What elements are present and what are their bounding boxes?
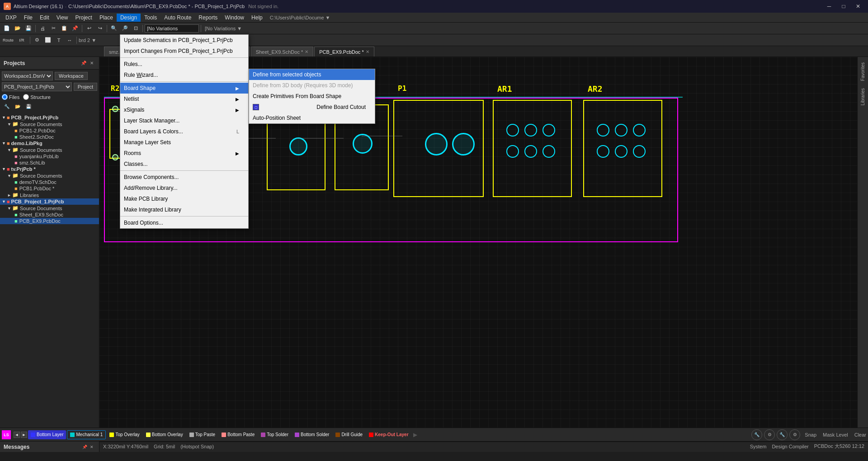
layer-chip-toppaste[interactable]: Top Paste bbox=[187, 430, 218, 439]
layer-chip-botpaste[interactable]: Bottom Paste bbox=[219, 430, 257, 439]
menu-edit[interactable]: Edit bbox=[36, 14, 53, 22]
tree-pcb-project-prjpcb[interactable]: ▼ ■ PCB_Project.PrjPcb bbox=[0, 114, 99, 121]
layer-chip-botoverlay[interactable]: Bottom Overlay bbox=[143, 430, 186, 439]
design-dropdown-menu[interactable]: Update Schematics in PCB_Project_1.PrjPc… bbox=[120, 57, 249, 229]
layer-nav-btn3[interactable]: 🔧 bbox=[777, 429, 788, 440]
menu-board-layers[interactable]: Board Layers & Colors... L bbox=[120, 126, 248, 137]
menu-reports[interactable]: Reports bbox=[195, 14, 221, 22]
tree-pcb1-pbdoc[interactable]: ■ PCB1.PcbDoc * bbox=[0, 185, 99, 192]
tb-zoom-out[interactable]: 🔎 bbox=[120, 24, 130, 33]
board-shape-submenu[interactable]: Define from selected objects Define from… bbox=[249, 69, 375, 124]
tab-pcbex9-close[interactable]: ✕ bbox=[366, 49, 369, 54]
tb2-interactive[interactable]: I/R bbox=[15, 36, 28, 45]
files-radio[interactable] bbox=[2, 94, 8, 100]
tb-cut[interactable]: ✂ bbox=[48, 24, 58, 33]
layer-chip-botsolder[interactable]: Bottom Solder bbox=[292, 430, 332, 439]
tree-tb-new[interactable]: 🔧 bbox=[2, 102, 12, 111]
tb2-wire[interactable]: ⬜ bbox=[43, 36, 53, 45]
files-radio-label[interactable]: Files bbox=[2, 94, 19, 100]
menu-layer-stack[interactable]: Layer Stack Manager... bbox=[120, 115, 248, 126]
tree-yuanjanku[interactable]: ■ yuanjanku.PcbLib bbox=[0, 153, 99, 160]
tree-demo-libpkg[interactable]: ▼ ■ demo.LibPkg bbox=[0, 140, 99, 146]
tb2-text[interactable]: T bbox=[54, 36, 64, 45]
menu-project[interactable]: Project bbox=[72, 14, 96, 22]
tab-sheet-ex9[interactable]: Sheet_EX9.SchDoc * ✕ bbox=[251, 47, 314, 56]
pcb-status-label[interactable]: PCBDoc 大5260 12:12 bbox=[814, 443, 864, 450]
panel-close[interactable]: ✕ bbox=[88, 60, 95, 67]
menu-autoroute[interactable]: Auto Route bbox=[160, 14, 195, 22]
layer-scroll-right[interactable]: ► bbox=[21, 432, 27, 438]
project-select[interactable]: PCB_Project_1.PrjPcb bbox=[2, 82, 72, 91]
tb-zoom-in[interactable]: 🔍 bbox=[109, 24, 119, 33]
tb-save[interactable]: 💾 bbox=[24, 24, 33, 33]
submenu-define-cutout[interactable]: ◻ Define Board Cutout bbox=[249, 102, 375, 113]
tb-undo[interactable]: ↩ bbox=[84, 24, 94, 33]
menu-rules[interactable]: Rules... bbox=[120, 59, 248, 70]
tree-smz-sch[interactable]: ■ smz.SchLib bbox=[0, 160, 99, 166]
close-button[interactable]: ✕ bbox=[852, 2, 864, 11]
structure-radio-label[interactable]: Structure bbox=[23, 94, 51, 100]
structure-radio[interactable] bbox=[23, 94, 29, 100]
submenu-create-primitives[interactable]: Create Primitives From Board Shape bbox=[249, 91, 375, 102]
tree-tb-open[interactable]: 📂 bbox=[13, 102, 23, 111]
menu-rooms[interactable]: Rooms ▶ bbox=[120, 148, 248, 159]
menu-rule-wizard[interactable]: Rule Wizard... bbox=[120, 70, 248, 80]
tree-libraries[interactable]: ► 📁 Libraries bbox=[0, 192, 99, 198]
tb-print[interactable]: 🖨 bbox=[38, 24, 47, 33]
menu-board-options[interactable]: Board Options... bbox=[120, 217, 248, 228]
layer-chip-topoverlay[interactable]: Top Overlay bbox=[107, 430, 142, 439]
layer-nav-btn1[interactable]: 🔧 bbox=[751, 429, 762, 440]
tb-fit[interactable]: ⊡ bbox=[131, 24, 141, 33]
tree-source-docs-4[interactable]: ▼ 📁 Source Documents bbox=[0, 205, 99, 212]
layer-chip-drillguide[interactable]: Drill Guide bbox=[333, 430, 365, 439]
menu-make-integrated-lib[interactable]: Make Integrated Library bbox=[120, 204, 248, 215]
tree-sheet2[interactable]: ■ Sheet2.SchDoc bbox=[0, 134, 99, 140]
tb2-dim[interactable]: ↔ bbox=[65, 36, 75, 45]
tb2-comp[interactable]: ⚙ bbox=[32, 36, 42, 45]
workspace-button[interactable]: Workspace bbox=[55, 72, 88, 80]
tree-pcb-ex9[interactable]: ■ PCB_EX9.PcbDoc bbox=[0, 218, 99, 224]
layer-nav-btn4[interactable]: ⚙ bbox=[789, 429, 800, 440]
tb-paste[interactable]: 📌 bbox=[70, 24, 80, 33]
tb2-route[interactable]: Route bbox=[2, 36, 14, 45]
menu-place[interactable]: Place bbox=[96, 14, 117, 22]
menu-view[interactable]: View bbox=[53, 14, 72, 22]
maximize-button[interactable]: □ bbox=[837, 2, 850, 11]
messages-pin[interactable]: 📌 bbox=[81, 444, 88, 450]
system-label[interactable]: System bbox=[750, 444, 767, 449]
menu-make-pcb-lib[interactable]: Make PCB Library bbox=[120, 193, 248, 204]
design-compiler-label[interactable]: Design Compiler bbox=[772, 444, 808, 449]
minimize-button[interactable]: ─ bbox=[823, 2, 835, 11]
menu-board-shape[interactable]: Board Shape ▶ bbox=[120, 83, 248, 94]
tb-redo[interactable]: ↪ bbox=[95, 24, 105, 33]
tree-source-docs-3[interactable]: ▼ 📁 Source Documents bbox=[0, 172, 99, 179]
menu-manage-layer-sets[interactable]: Manage Layer Sets bbox=[120, 137, 248, 148]
variation-select[interactable] bbox=[145, 24, 199, 33]
menu-file[interactable]: File bbox=[20, 14, 36, 22]
menu-classes[interactable]: Classes... bbox=[120, 159, 248, 169]
tree-tv-prjpcb[interactable]: ▼ ■ tv.PrjPcb * bbox=[0, 166, 99, 172]
layer-chip-keepout[interactable]: Keep-Out Layer bbox=[366, 430, 411, 439]
workspace-select[interactable]: Workspace1.DsnV bbox=[2, 71, 53, 80]
menu-help[interactable]: Help bbox=[248, 14, 266, 22]
tab-sheet-close[interactable]: ✕ bbox=[305, 49, 308, 54]
tree-source-docs-1[interactable]: ▼ 📁 Source Documents bbox=[0, 121, 99, 127]
menu-window[interactable]: Window bbox=[221, 14, 248, 22]
tb-new[interactable]: 📄 bbox=[2, 24, 12, 33]
tab-pcb-ex9[interactable]: PCB_EX9.PcbDoc * ✕ bbox=[314, 47, 374, 56]
right-tab-favorites[interactable]: Favorites bbox=[859, 59, 866, 85]
menu-xsignals[interactable]: xSignals ▶ bbox=[120, 104, 248, 115]
menu-design[interactable]: Design bbox=[117, 14, 141, 22]
tree-sheet-ex9[interactable]: ■ Sheet_EX9.SchDoc bbox=[0, 212, 99, 218]
pcb-canvas-area[interactable]: R2 R1 R3 R4 P2 R7 R5 P1 bbox=[99, 57, 857, 428]
tree-source-docs-2[interactable]: ▼ 📁 Source Documents bbox=[0, 146, 99, 153]
right-tab-libraries[interactable]: Libraries bbox=[859, 85, 866, 109]
submenu-auto-position[interactable]: Auto-Position Sheet bbox=[249, 113, 375, 123]
tree-demotv-sch[interactable]: ■ demoTV.SchDoc bbox=[0, 179, 99, 185]
tree-pcb-project-1[interactable]: ▼ ■ PCB_Project_1.PrjPcb bbox=[0, 198, 99, 205]
menu-add-remove-lib[interactable]: Add/Remove Library... bbox=[120, 183, 248, 193]
tree-pcb1-2[interactable]: ■ PCB1-2.PcbDoc bbox=[0, 127, 99, 134]
menu-dxp[interactable]: DXP bbox=[2, 14, 20, 22]
tb-copy[interactable]: 📋 bbox=[59, 24, 69, 33]
project-button[interactable]: Project bbox=[74, 83, 97, 91]
